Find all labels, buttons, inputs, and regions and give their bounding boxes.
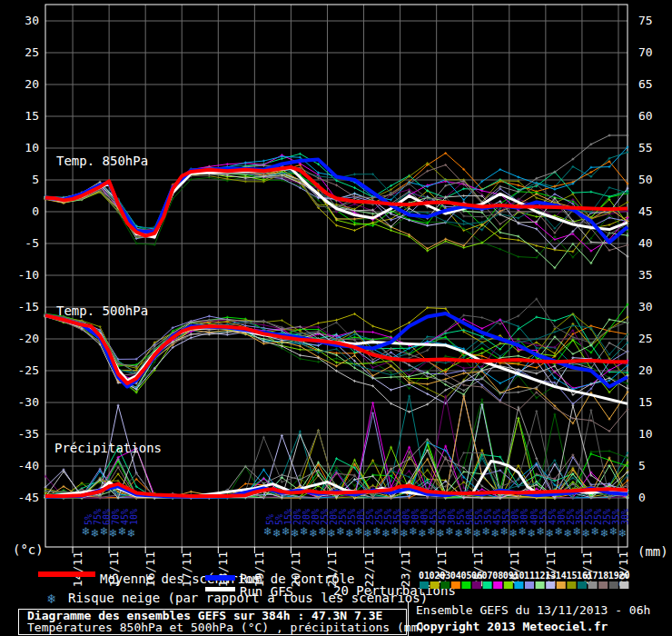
y-left-tick-label: -35 [18,427,39,441]
perturbation-swatch [598,581,608,589]
snowflake-icon: ❄ [582,526,590,540]
footer-title-line2: Températures 850hPa et 500hPa (°C) , pré… [27,621,425,634]
snowflake-icon: ❄ [263,524,272,538]
snowflake-icon: ❄ [564,526,572,540]
snowflake-icon: ❄ [537,524,545,538]
snowflake-icon: ❄ [409,524,417,538]
y-right-tick-label: 25 [638,332,653,345]
perturbation-swatch [430,581,440,589]
snowflake-icon: ❄ [436,526,444,540]
x-tick-label: 22/11 [362,552,376,587]
y-right-tick-label: 20 [638,363,653,377]
snowflake-icon: ❄ [463,524,471,538]
y-right-tick-label: 55 [638,141,653,154]
y-right-tick-label: 0 [638,491,646,504]
snowflake-icon: ❄ [472,526,480,540]
panel-label-850: Temp. 850hPa [56,154,148,168]
perturbation-swatch [420,581,429,589]
y-left-tick-label: -5 [25,236,39,250]
snowflake-icon: ❄ [400,526,408,540]
perturbation-swatch [504,581,513,589]
perturbation-swatch [451,581,460,589]
y-right-tick-label: 40 [638,236,653,250]
snowflake-icon: ❄ [318,524,326,538]
y-left-tick-label: -30 [18,395,39,409]
panel-label-precip: Précipitations [54,441,162,455]
y-right-tick-label: 5 [638,459,646,472]
snowflake-icon: ❄ [336,524,344,538]
y-left-tick-label: 5 [32,173,39,186]
snowflake-icon: ❄ [309,526,317,540]
legend-control-swatch [205,575,235,581]
perturbation-number: 12 [535,571,546,581]
snowflake-icon: ❄ [363,526,371,540]
x-tick-label: 14/11 [71,552,84,587]
perturbation-swatch [472,581,481,589]
snowflake-icon: ❄ [481,524,489,538]
y-left-tick-label: 0 [32,204,39,218]
snowflake-icon: ❄ [518,524,526,538]
y-left-tick-label: -15 [18,300,39,313]
y-right-tick-label: 15 [638,395,653,409]
member-line-20 [45,317,628,412]
snowflake-icon: ❄ [272,526,281,540]
perturbation-swatch [609,581,618,589]
perturbation-number: 11 [524,571,535,581]
perturbation-number: 13 [545,571,556,581]
perturbation-swatch [536,581,545,589]
perturbation-number: 06 [471,571,482,581]
y-left-tick-label: -25 [18,363,39,377]
snowflake-icon: ❄ [345,526,353,540]
ensemble-diagram-page: { "footer": { "title_line1": "Diagramme … [0,0,672,636]
perturbation-swatch [514,581,523,589]
y-right-tick-label: 35 [638,268,653,282]
y-left-tick-label: -10 [18,268,39,282]
snowflake-icon: ❄ [300,524,308,538]
perturbation-number: 14 [556,571,567,581]
snowflake-icon: ❄ [327,526,335,540]
perturbation-swatch [440,581,450,589]
x-tick-label: 23/11 [399,552,412,587]
perturbation-swatch [483,581,492,589]
y-left-tick-label: -20 [18,332,39,345]
snowflake-icon: ❄ [618,526,627,540]
snowflake-icon: ❄ [354,524,362,538]
perturbation-swatch [557,581,566,589]
perturbation-number: 17 [588,571,598,581]
snowflake-icon: ❄ [445,524,453,538]
y-right-tick-label: 65 [638,77,653,91]
perturbation-swatch [567,581,576,589]
snowflake-icon: ❄ [91,526,99,540]
perturbation-swatch [546,581,555,589]
perturbation-number: 08 [492,571,503,581]
y-right-unit: (mm) [637,544,668,559]
snowflake-icon: ❄ [82,524,90,538]
legend-snow-label: Risque neige (par rapport a tous les scé… [68,591,428,605]
legend-mean-swatch [38,571,95,577]
perturbation-number: 07 [482,571,493,581]
snowflake-icon: ❄ [282,524,290,538]
snowflake-icon: ❄ [118,524,126,538]
snowflake-icon: ❄ [490,526,499,540]
snowflake-icon: ❄ [546,526,554,540]
axis-labels: 302520151050-5-10-15-20-25-30-35-40-4575… [18,14,653,587]
y-left-tick-label: 25 [25,45,39,59]
perturbation-number: 02 [430,571,440,581]
perturbation-number: 04 [450,571,461,581]
snowflake-icon: ❄ [528,526,536,540]
snowflake-icon: ❄ [47,591,55,607]
snowflake-icon: ❄ [100,524,108,538]
y-left-tick-label: -45 [18,491,39,504]
perturbation-number: 03 [440,571,450,581]
snowflake-icon: ❄ [600,526,608,540]
y-right-tick-label: 75 [638,14,653,27]
snow-risk-rows: ❄5%❄75%❄60%❄70%❄45%❄10%❄5%❄5%❄15%❄20%❄20… [82,509,630,540]
perturbation-swatch [525,581,534,589]
snowflake-icon: ❄ [109,526,117,540]
snowflake-icon: ❄ [418,526,426,540]
snowflake-icon: ❄ [609,524,618,538]
perturbation-number: 09 [503,571,514,581]
y-left-tick-label: 15 [25,109,39,123]
y-left-tick-label: -40 [18,459,39,472]
y-right-tick-label: 60 [638,109,653,123]
